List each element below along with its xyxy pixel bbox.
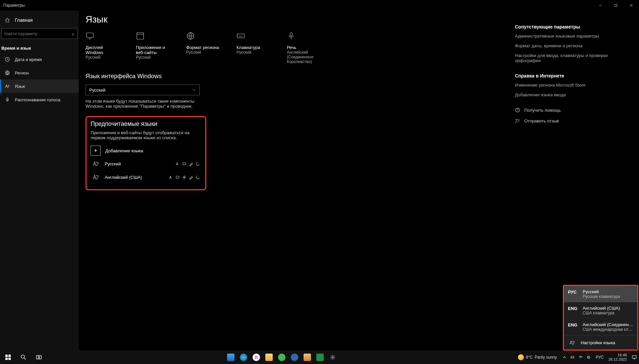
search-button[interactable] <box>17 351 30 364</box>
feedback-link[interactable]: Отправить отзыв <box>515 118 629 123</box>
notification-icon <box>632 355 637 360</box>
taskbar-app-calculator[interactable] <box>225 351 236 364</box>
language-row-english-us[interactable]: Английский (США) <box>91 170 201 184</box>
preferred-languages-heading: Предпочитаемые языки <box>91 120 201 127</box>
sidebar-item-label: Дата и время <box>15 57 42 62</box>
home-icon <box>5 17 10 23</box>
sidebar-item-speech[interactable]: Распознавание голоса <box>0 93 79 106</box>
task-view-icon <box>36 354 42 360</box>
taskbar-app-excel[interactable] <box>314 351 326 364</box>
add-language-label: Добавление языка <box>105 148 143 153</box>
tile-title: Формат региона <box>186 45 220 50</box>
maximize-button[interactable] <box>608 0 624 11</box>
svg-rect-13 <box>183 163 186 165</box>
taskbar-app-yandex[interactable]: Я <box>251 351 262 364</box>
help-link-add-input[interactable]: Добавление языка ввода <box>515 92 629 97</box>
speech-icon <box>195 161 200 166</box>
chevron-up-icon[interactable] <box>562 355 567 360</box>
task-view-button[interactable] <box>32 351 46 364</box>
language-summary-tiles: Дисплей Windows Русский Приложения и веб… <box>86 32 320 64</box>
sidebar-home[interactable]: Главная <box>0 14 79 26</box>
display-lang-icon <box>175 161 180 166</box>
web-help-heading: Справка в Интернете <box>515 73 629 79</box>
display-language-heading: Язык интерфейса Windows <box>86 73 498 80</box>
svg-rect-8 <box>137 33 144 39</box>
tile-title: Приложения и веб-сайты <box>136 45 169 55</box>
tile-keyboard[interactable]: Клавиатура Русский <box>236 32 270 64</box>
taskbar-clock[interactable]: 16:46 26.12.2022 <box>608 353 627 362</box>
action-center-button[interactable] <box>631 354 638 361</box>
clock-date: 26.12.2022 <box>608 357 627 362</box>
lang-option-rus[interactable]: РУС Русский Русская клавиатура <box>564 286 637 302</box>
lang-keyboard: США клавиатура <box>583 311 633 315</box>
wifi-icon[interactable] <box>578 355 583 360</box>
sidebar-item-language[interactable]: Язык <box>0 80 79 93</box>
lang-option-eng-uk[interactable]: ENG Английский (Соединенное... США между… <box>564 319 637 335</box>
tile-sub: Русский <box>186 50 220 55</box>
feedback-icon <box>515 118 520 123</box>
related-link-date-format[interactable]: Формат даты, времени и региона <box>515 43 629 48</box>
help-icon <box>515 107 520 113</box>
svg-rect-11 <box>237 34 245 38</box>
sidebar-search[interactable]: ⌕ <box>1 28 77 39</box>
sidebar-item-label: Регион <box>15 70 29 75</box>
language-icon <box>5 84 10 89</box>
tile-windows-display[interactable]: Дисплей Windows Русский <box>86 32 119 64</box>
taskbar-weather[interactable]: 8°C Partly sunny <box>518 354 557 360</box>
close-button[interactable] <box>624 0 639 11</box>
sidebar-item-label: Язык <box>15 84 25 89</box>
taskbar-app-green[interactable] <box>276 351 287 364</box>
taskbar-app-explorer[interactable] <box>263 351 275 364</box>
help-link-region[interactable]: Изменение региона Microsoft Store <box>515 83 629 88</box>
taskbar-app-vlc[interactable] <box>302 351 313 364</box>
page-title: Язык <box>86 14 498 25</box>
lang-name: Английский (США) <box>583 306 633 311</box>
content: Язык Дисплей Windows Русский Приложения … <box>79 11 498 351</box>
tile-speech[interactable]: Речь Английский (Соединенное Королевство… <box>287 32 320 64</box>
window-controls <box>593 0 639 11</box>
microphone-icon <box>5 97 10 102</box>
lang-option-eng-us[interactable]: ENG Английский (США) США клавиатура <box>564 302 637 319</box>
get-help-link[interactable]: Получить помощь <box>515 107 629 113</box>
sidebar-section-title: Время и язык <box>0 41 79 53</box>
lang-settings-link[interactable]: Настройки языка <box>564 335 637 350</box>
taskbar-app-edge[interactable] <box>238 351 249 364</box>
handwriting-icon <box>189 175 193 179</box>
language-icon <box>569 340 575 346</box>
apps-icon <box>136 32 169 42</box>
taskbar-apps: Я <box>46 351 518 364</box>
display-language-dropdown[interactable]: Русский <box>86 85 200 95</box>
plus-icon: + <box>91 146 101 156</box>
related-link-admin[interactable]: Административные языковые параметры <box>515 34 629 39</box>
lang-keyboard: США международная клави... <box>583 327 633 332</box>
speech-icon <box>195 175 200 179</box>
taskbar-language-indicator[interactable]: РУС <box>596 355 604 360</box>
minimize-button[interactable] <box>593 0 608 11</box>
onedrive-icon[interactable] <box>570 355 575 360</box>
svg-rect-21 <box>8 358 11 360</box>
related-link-typing[interactable]: Настройки для ввода, клавиатуры и провер… <box>515 53 629 63</box>
taskbar-app-blue[interactable] <box>289 351 300 364</box>
search-input[interactable] <box>4 31 72 36</box>
text-to-speech-icon <box>182 161 187 166</box>
tile-sub: Русский <box>236 50 270 55</box>
tile-apps-websites[interactable]: Приложения и веб-сайты Русский <box>136 32 169 64</box>
sidebar-item-region[interactable]: Регион <box>0 66 79 80</box>
add-language-button[interactable]: + Добавление языка <box>91 144 201 157</box>
monitor-icon <box>86 32 119 42</box>
start-button[interactable] <box>1 351 15 364</box>
feedback-label: Отправить отзыв <box>524 118 559 123</box>
tile-sub: Русский <box>86 55 119 60</box>
tile-title: Речь <box>287 45 320 50</box>
text-to-speech-icon <box>175 175 180 179</box>
globe-icon <box>5 70 10 75</box>
clock-time: 16:46 <box>608 353 627 357</box>
tile-regional-format[interactable]: Формат региона Русский <box>186 32 220 64</box>
language-icon <box>92 160 100 167</box>
weather-text: Partly sunny <box>535 355 557 360</box>
sidebar-item-date-time[interactable]: Дата и время <box>0 53 79 66</box>
language-row-russian[interactable]: Русский <box>91 157 201 170</box>
taskbar-app-settings[interactable] <box>327 351 338 364</box>
volume-icon[interactable] <box>586 355 591 360</box>
keyboard-icon <box>236 32 270 42</box>
